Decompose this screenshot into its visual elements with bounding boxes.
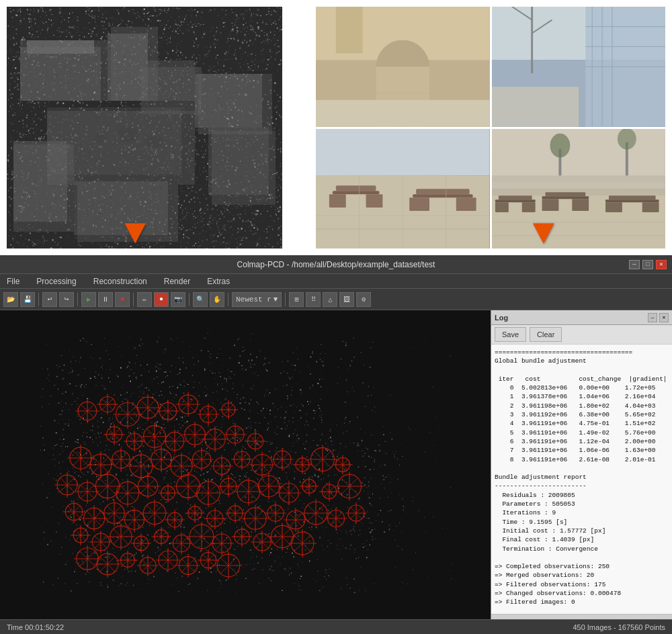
log-close[interactable]: ✕: [659, 313, 669, 322]
points-button[interactable]: ⠿: [306, 292, 321, 307]
app-window: Colmap-PCD - /home/all/Desktop/example_d…: [0, 255, 672, 634]
pointcloud-image: /* generated as literal SVG circles */: [7, 7, 282, 248]
svg-rect-78: [605, 202, 622, 212]
arrow-right-icon: ▼: [533, 216, 554, 252]
svg-rect-33: [316, 100, 490, 127]
svg-point-85: [617, 129, 636, 150]
camera-button[interactable]: 📷: [171, 292, 185, 307]
pencil-button[interactable]: ✏: [137, 292, 152, 307]
sep4: [189, 293, 190, 306]
zoom-button[interactable]: 🔍: [193, 292, 208, 307]
menu-file[interactable]: File: [3, 275, 23, 287]
pause-button[interactable]: ⏸: [98, 292, 113, 307]
dropdown-arrow: ▼: [274, 296, 278, 304]
svg-rect-55: [416, 189, 470, 194]
svg-rect-66: [492, 129, 666, 182]
dropdown-label: Newest r: [236, 296, 271, 304]
close-button[interactable]: ✕: [656, 260, 667, 269]
svg-rect-76: [608, 195, 655, 199]
pan-button[interactable]: ✋: [210, 292, 224, 307]
status-points: 450 Images - 167560 Points: [573, 623, 665, 631]
log-minimize[interactable]: —: [648, 313, 657, 322]
log-toolbar: Save Clear: [491, 325, 672, 345]
sep2: [77, 293, 78, 306]
main-content: Log — ✕ Save Clear =====================…: [0, 310, 672, 619]
svg-rect-54: [366, 194, 383, 208]
svg-rect-71: [521, 202, 535, 212]
save-toolbar-button[interactable]: 💾: [20, 292, 35, 307]
svg-rect-77: [605, 199, 659, 202]
sep6: [285, 293, 286, 306]
menu-bar: File Processing Reconstruction Render Ex…: [0, 274, 672, 289]
svg-rect-52: [333, 191, 380, 194]
svg-rect-53: [329, 194, 346, 208]
photo-cell-1: [316, 7, 490, 127]
menu-processing[interactable]: Processing: [33, 275, 79, 287]
svg-rect-48: [492, 87, 579, 126]
grid-button[interactable]: ⊞: [289, 292, 304, 307]
title-bar: Colmap-PCD - /home/all/Desktop/example_d…: [0, 255, 672, 274]
log-panel: Log — ✕ Save Clear =====================…: [491, 310, 672, 619]
sep5: [228, 293, 228, 306]
svg-rect-70: [495, 202, 508, 212]
stop-button[interactable]: ■: [115, 292, 130, 307]
toolbar: 📂 💾 ↩ ↪ ▶ ⏸ ■ ✏ ● 📷 🔍 ✋ Newest r ▼ ⊞ ⠿ △…: [0, 289, 672, 310]
log-text: ==================================== Glo…: [495, 348, 669, 614]
status-time: Time 00:01:50:22: [7, 623, 64, 631]
view-button[interactable]: ●: [154, 292, 169, 307]
svg-rect-58: [456, 197, 476, 211]
svg-rect-75: [572, 199, 589, 211]
window-title: Colmap-PCD - /home/all/Desktop/example_d…: [237, 260, 435, 269]
svg-point-83: [550, 133, 570, 157]
menu-extras[interactable]: Extras: [204, 275, 233, 287]
svg-rect-49: [316, 129, 490, 175]
minimize-button[interactable]: —: [629, 260, 640, 269]
top-section: /* generated as literal SVG circles */ ▼: [0, 0, 672, 255]
log-scrollbar[interactable]: [491, 614, 672, 619]
log-clear-button[interactable]: Clear: [530, 327, 562, 342]
svg-rect-57: [409, 197, 429, 211]
svg-rect-68: [498, 195, 532, 199]
log-window-controls: — ✕: [648, 313, 669, 322]
undo-button[interactable]: ↩: [42, 292, 57, 307]
photo-cell-4: [492, 129, 666, 249]
window-controls: — □ ✕: [629, 260, 667, 269]
play-button[interactable]: ▶: [81, 292, 96, 307]
photo-cell-3: [316, 129, 490, 249]
svg-rect-35: [336, 7, 363, 53]
open-button[interactable]: 📂: [3, 292, 18, 307]
sep1: [38, 293, 39, 306]
view-dropdown[interactable]: Newest r ▼: [232, 292, 282, 307]
menu-reconstruction[interactable]: Reconstruction: [90, 275, 151, 287]
svg-rect-51: [336, 185, 376, 191]
mesh-button[interactable]: △: [323, 292, 337, 307]
sep3: [133, 293, 134, 306]
settings-button[interactable]: ⚙: [356, 292, 371, 307]
menu-render[interactable]: Render: [161, 275, 194, 287]
photo-grid: [316, 7, 665, 248]
viewport[interactable]: [0, 310, 491, 619]
maximize-button[interactable]: □: [642, 260, 653, 269]
redo-button[interactable]: ↪: [59, 292, 74, 307]
svg-rect-69: [495, 199, 535, 202]
svg-rect-72: [545, 192, 585, 196]
arrow-left-icon: ▼: [124, 216, 146, 252]
log-title: Log: [495, 314, 508, 322]
log-header: Log — ✕: [491, 310, 672, 325]
log-save-button[interactable]: Save: [495, 327, 526, 342]
texture-button[interactable]: 🖼: [339, 292, 354, 307]
svg-rect-74: [542, 199, 558, 211]
svg-rect-56: [413, 194, 472, 197]
status-bar: Time 00:01:50:22 450 Images - 167560 Poi…: [0, 619, 672, 634]
photo-cell-2: [492, 7, 666, 127]
svg-rect-73: [542, 196, 589, 199]
log-content[interactable]: ==================================== Glo…: [491, 345, 672, 614]
svg-rect-79: [642, 202, 659, 212]
